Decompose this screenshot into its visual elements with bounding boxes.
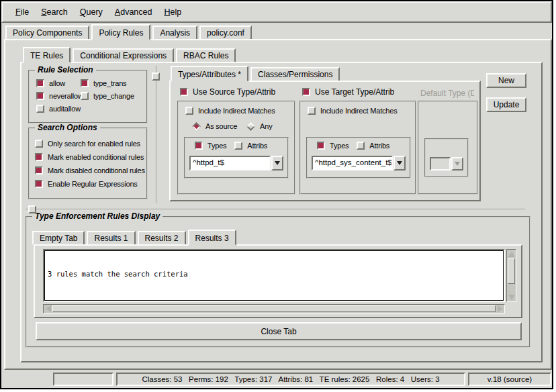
menu-advanced[interactable]: Advanced [109, 5, 158, 19]
combobox-dropdown-button[interactable] [393, 156, 406, 170]
tab-label: policy.conf [207, 28, 244, 38]
app-window: File Search Query Advanced Help Policy C… [0, 0, 553, 389]
tab-policy-conf[interactable]: policy.conf [199, 26, 252, 39]
scroll-down-button[interactable] [507, 293, 516, 301]
checkbox-neverallow[interactable]: neverallow [36, 92, 81, 100]
checkbox-label: Use Source Type/Attrib [193, 87, 275, 97]
combobox-dropdown-button[interactable] [271, 156, 283, 170]
tab-policy-components[interactable]: Policy Components [5, 26, 89, 39]
target-type-combobox[interactable]: ^httpd_sys_content_t$ [312, 156, 406, 170]
checkbox-use-source-type[interactable]: Use Source Type/Attrib [180, 87, 275, 97]
radio-any[interactable]: Any [246, 122, 272, 130]
checkbox-label: type_trans [93, 79, 126, 87]
button-label: Update [494, 100, 520, 109]
radio-indicator [192, 122, 201, 131]
tab-classes-permissions[interactable]: Classes/Permissions [250, 67, 340, 81]
radio-as-source[interactable]: As source [192, 122, 237, 130]
close-tab-button[interactable]: Close Tab [36, 322, 522, 340]
tab-label: Results 3 [195, 234, 229, 243]
checkbox-allow[interactable]: allow [36, 79, 81, 87]
checkbox-label: allow [49, 79, 65, 87]
checkbox-target-indirect[interactable]: Include Indirect Matches [308, 107, 397, 115]
checkbox-type-trans[interactable]: type_trans [81, 79, 146, 87]
menu-label: uery [87, 7, 103, 17]
policy-rules-panel: TE Rules Conditional Expressions RBAC Ru… [4, 39, 552, 370]
horizontal-scrollbar-thumb[interactable] [52, 305, 496, 312]
horizontal-sash-line [26, 209, 525, 210]
tab-types-attributes[interactable]: Types/Attributes * [171, 66, 248, 82]
update-button[interactable]: Update [486, 97, 526, 112]
checkbox-indicator [36, 79, 44, 87]
menu-file[interactable]: File [9, 5, 35, 19]
group-title: Rule Selection [35, 65, 96, 75]
menu-query[interactable]: Query [74, 5, 109, 19]
status-version: v.18 (source) [468, 373, 551, 386]
status-bar: Classes: 53 Perms: 192 Types: 317 Attrib… [1, 372, 552, 387]
tab-te-rules[interactable]: TE Rules [23, 47, 71, 63]
checkbox-label: Only search for enabled rules [48, 140, 140, 148]
horizontal-sash-handle[interactable] [28, 205, 36, 213]
scroll-left-button[interactable] [44, 305, 52, 313]
checkbox-source-attribs[interactable]: Attribs [234, 142, 267, 150]
menu-label: elp [170, 7, 181, 17]
checkbox-source-indirect[interactable]: Include Indirect Matches [185, 107, 275, 115]
new-button[interactable]: New [486, 73, 526, 88]
vertical-scrollbar[interactable] [506, 249, 516, 302]
checkbox-mark-enabled-conditional[interactable]: Mark enabled conditional rules [35, 153, 146, 161]
source-type-combobox[interactable]: ^httpd_t$ [189, 156, 283, 170]
checkbox-enable-regex[interactable]: Enable Regular Expressions [35, 180, 146, 188]
default-type-frame [418, 101, 478, 195]
tab-results-1[interactable]: Results 1 [87, 231, 135, 244]
arrow-right-icon [498, 305, 503, 312]
scrollbar-trough[interactable] [507, 284, 516, 293]
checkbox-target-attribs[interactable]: Attribs [357, 142, 389, 150]
results-text-area[interactable]: 3 rules match the search criteria (5822)… [43, 249, 505, 302]
tab-conditional-expressions[interactable]: Conditional Expressions [73, 48, 174, 62]
vertical-scrollbar-thumb[interactable] [508, 258, 515, 284]
button-label: New [498, 76, 514, 85]
checkbox-label: Types [207, 142, 226, 150]
tab-analysis[interactable]: Analysis [152, 26, 197, 39]
tab-label: Results 1 [94, 234, 128, 243]
horizontal-scrollbar[interactable] [43, 304, 505, 313]
tab-results-3[interactable]: Results 3 [188, 230, 236, 246]
target-criteria-frame: Include Indirect Matches Types Attribs ^… [299, 101, 416, 195]
checkbox-only-enabled-rules[interactable]: Only search for enabled rules [35, 140, 146, 148]
checkbox-source-types[interactable]: Types [195, 142, 226, 150]
results-panel: 3 rules match the search criteria (5822)… [34, 244, 522, 318]
menu-search[interactable]: Search [35, 5, 74, 19]
vertical-sash-handle[interactable] [152, 72, 160, 81]
scroll-right-button[interactable] [496, 305, 504, 313]
chevron-down-icon [455, 162, 460, 166]
tab-rbac-rules[interactable]: RBAC Rules [176, 48, 236, 62]
checkbox-type-change[interactable]: type_change [81, 92, 146, 100]
default-type-combobox [430, 157, 463, 170]
menu-label: Q [80, 7, 87, 17]
checkbox-auditallow[interactable]: auditallow [36, 105, 81, 113]
checkbox-indicator [35, 140, 43, 148]
checkbox-use-target-type[interactable]: Use Target Type/Attrib [302, 87, 394, 97]
checkbox-label: auditallow [49, 105, 81, 113]
search-options-group: Search Options Only search for enabled r… [28, 128, 148, 199]
menu-help[interactable]: Help [158, 5, 187, 19]
checkbox-label: Use Target Type/Attrib [315, 87, 394, 97]
radio-label: As source [205, 122, 237, 130]
checkbox-target-types[interactable]: Types [317, 142, 349, 150]
tab-label: Empty Tab [40, 234, 77, 243]
menu-label: earch [47, 7, 68, 17]
tab-label: Classes/Permissions [258, 70, 332, 79]
combobox-value: ^httpd_t$ [189, 156, 271, 170]
radio-label: Any [260, 122, 272, 130]
te-tab-bar: TE Rules Conditional Expressions RBAC Ru… [23, 46, 238, 62]
checkbox-mark-disabled-conditional[interactable]: Mark disabled conditional rules [35, 166, 146, 175]
tab-empty-tab[interactable]: Empty Tab [32, 231, 85, 244]
tab-label: Policy Components [13, 28, 82, 38]
tab-policy-rules[interactable]: Policy Rules [91, 24, 150, 40]
chevron-down-icon [397, 161, 402, 165]
default-type-label: Default Type (Disa [420, 89, 474, 98]
tab-results-2[interactable]: Results 2 [138, 231, 186, 244]
arrow-up-icon [508, 252, 515, 257]
scroll-up-button[interactable] [507, 250, 516, 258]
checkbox-label: Enable Regular Expressions [48, 180, 138, 188]
checkbox-indicator [36, 105, 44, 113]
